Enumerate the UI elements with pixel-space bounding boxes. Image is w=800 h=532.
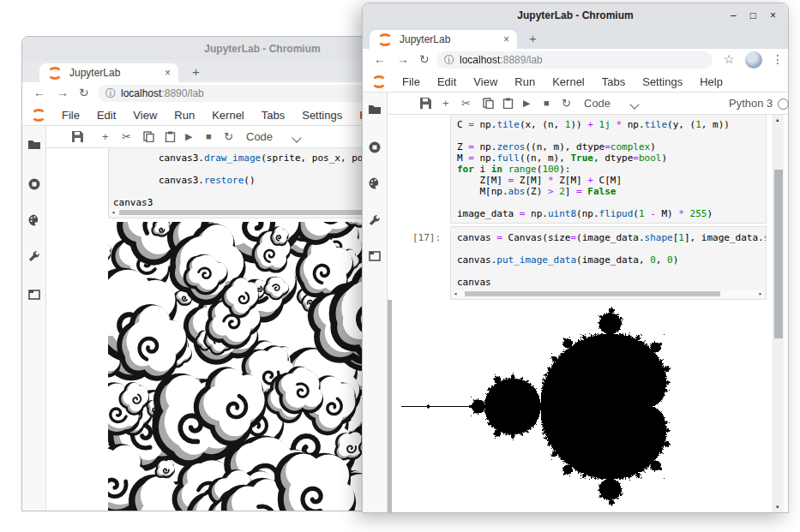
cell-type-dropdown[interactable]: Code xyxy=(584,97,611,110)
notebook-vertical-scrollbar[interactable]: ▴ ▾ xyxy=(773,115,784,512)
back-icon[interactable]: ← xyxy=(33,86,45,99)
url-bar[interactable]: ⓘ localhost:8890/lab xyxy=(98,85,381,102)
site-info-icon[interactable]: ⓘ xyxy=(444,53,454,68)
menu-settings[interactable]: Settings xyxy=(634,75,691,88)
menu-help[interactable]: Help xyxy=(691,75,731,88)
menu-edit[interactable]: Edit xyxy=(429,75,465,88)
window-title: JupyterLab - Chromium xyxy=(204,43,320,55)
browser-tab[interactable]: JupyterLab × xyxy=(39,63,178,82)
file-browser-icon[interactable] xyxy=(368,103,382,117)
command-palette-icon[interactable] xyxy=(368,176,382,190)
left-sidebar xyxy=(363,93,388,512)
menu-run[interactable]: Run xyxy=(506,75,544,88)
tab-close-icon[interactable]: × xyxy=(503,33,509,45)
add-cell-icon[interactable]: + xyxy=(442,97,449,110)
kernel-status-icon[interactable] xyxy=(778,99,789,110)
run-cell-icon[interactable]: ▶ xyxy=(523,97,530,110)
browser-menu-icon[interactable]: ⋮ xyxy=(772,52,784,66)
jupyter-logo xyxy=(371,75,387,88)
interrupt-kernel-icon[interactable]: ■ xyxy=(206,130,212,143)
jupyterlab-menubar: File Edit View Run Kernel Tabs Settings … xyxy=(363,72,788,92)
scroll-right-icon[interactable]: ▸ xyxy=(759,290,762,297)
new-tab-button[interactable]: + xyxy=(529,31,537,45)
jupyter-favicon xyxy=(377,33,393,46)
run-cell-icon[interactable]: ▶ xyxy=(185,130,192,143)
left-sidebar xyxy=(22,126,46,511)
code-cell[interactable]: canvas = Canvas(size=(image_data.shape[1… xyxy=(450,226,767,300)
tab-strip: JupyterLab × + xyxy=(363,27,788,49)
close-icon[interactable]: × xyxy=(770,9,776,21)
open-tabs-icon[interactable] xyxy=(27,288,41,302)
restart-kernel-icon[interactable]: ↻ xyxy=(562,97,571,110)
site-info-icon[interactable]: ⓘ xyxy=(105,87,116,101)
front-browser-window: JupyterLab - Chromium – □ × JupyterLab ×… xyxy=(362,3,789,513)
minimize-icon[interactable]: – xyxy=(731,9,737,21)
menu-kernel[interactable]: Kernel xyxy=(544,75,593,88)
tab-title: JupyterLab xyxy=(69,67,165,79)
scrollbar-thumb[interactable] xyxy=(774,170,783,338)
tab-close-icon[interactable]: × xyxy=(165,67,171,79)
restart-kernel-icon[interactable]: ↻ xyxy=(224,130,233,143)
browser-tab[interactable]: JupyterLab × xyxy=(370,30,517,49)
url-path: :8889/lab xyxy=(500,54,542,66)
tab-title: JupyterLab xyxy=(400,33,503,45)
code-cell[interactable]: C = np.tile(x, (n, 1)) + 1j * np.tile(y,… xyxy=(450,115,767,224)
cell-horizontal-scrollbar[interactable]: ◂ ▸ xyxy=(453,290,763,297)
running-sessions-icon[interactable] xyxy=(27,177,41,191)
reload-icon[interactable]: ↻ xyxy=(419,52,430,66)
menu-tabs[interactable]: Tabs xyxy=(593,75,634,88)
running-sessions-icon[interactable] xyxy=(368,140,382,154)
menu-view[interactable]: View xyxy=(124,109,165,122)
file-browser-icon[interactable] xyxy=(27,138,41,152)
menu-view[interactable]: View xyxy=(465,75,506,88)
reload-icon[interactable]: ↻ xyxy=(79,86,89,99)
menu-settings[interactable]: Settings xyxy=(293,109,351,122)
cut-cells-icon[interactable]: ✂ xyxy=(461,97,471,110)
maximize-icon[interactable]: □ xyxy=(750,9,756,21)
copy-cells-icon[interactable] xyxy=(143,131,154,142)
menu-file[interactable]: File xyxy=(53,109,88,122)
scroll-down-icon[interactable]: ▾ xyxy=(776,504,779,511)
menu-run[interactable]: Run xyxy=(165,109,203,122)
scroll-up-icon[interactable]: ▴ xyxy=(776,117,779,123)
interrupt-kernel-icon[interactable]: ■ xyxy=(544,97,550,110)
url-bar[interactable]: ⓘ localhost:8889/lab xyxy=(436,51,713,69)
bookmark-star-icon[interactable]: ☆ xyxy=(724,52,735,66)
paste-cells-icon[interactable] xyxy=(165,131,176,142)
menu-kernel[interactable]: Kernel xyxy=(203,109,253,122)
scrollbar-thumb[interactable] xyxy=(465,291,720,296)
new-tab-button[interactable]: + xyxy=(192,64,200,79)
forward-icon[interactable]: → xyxy=(397,52,409,66)
save-icon[interactable] xyxy=(72,131,83,142)
forward-icon[interactable]: → xyxy=(57,86,69,99)
desktop: JupyterLab - Chromium JupyterLab × + ← →… xyxy=(0,0,800,532)
jupyter-favicon xyxy=(47,67,63,80)
notebook-content: C = np.tile(x, (n, 1)) + 1j * np.tile(y,… xyxy=(388,115,788,512)
property-inspector-icon[interactable] xyxy=(27,249,41,263)
menu-tabs[interactable]: Tabs xyxy=(253,109,293,122)
property-inspector-icon[interactable] xyxy=(368,213,382,227)
cut-cells-icon[interactable]: ✂ xyxy=(122,130,131,143)
chevron-down-icon[interactable] xyxy=(629,99,639,109)
chevron-down-icon[interactable] xyxy=(292,133,301,142)
url-path: :8890/lab xyxy=(161,87,203,99)
copy-cells-icon[interactable] xyxy=(483,98,494,109)
execution-count: [17]: xyxy=(412,232,441,243)
paste-cells-icon[interactable] xyxy=(502,98,514,109)
url-host: localhost xyxy=(121,87,161,99)
menu-edit[interactable]: Edit xyxy=(88,109,124,122)
profile-avatar[interactable] xyxy=(745,51,762,69)
command-palette-icon[interactable] xyxy=(27,213,41,227)
open-tabs-icon[interactable] xyxy=(368,249,382,263)
save-icon[interactable] xyxy=(420,98,431,109)
window-title: JupyterLab - Chromium xyxy=(517,9,633,21)
menu-file[interactable]: File xyxy=(394,75,429,88)
cell-type-dropdown[interactable]: Code xyxy=(246,130,273,143)
kernel-name[interactable]: Python 3 xyxy=(729,97,773,110)
add-cell-icon[interactable]: + xyxy=(102,130,109,143)
back-icon[interactable]: ← xyxy=(374,52,386,66)
scroll-left-icon[interactable]: ◂ xyxy=(454,290,457,297)
scroll-left-icon[interactable]: ◂ xyxy=(111,209,115,216)
notebook-toolbar: + ✂ ▶ ■ ↻ Code Python 3 xyxy=(388,93,788,115)
window-titlebar[interactable]: JupyterLab - Chromium xyxy=(363,3,788,27)
